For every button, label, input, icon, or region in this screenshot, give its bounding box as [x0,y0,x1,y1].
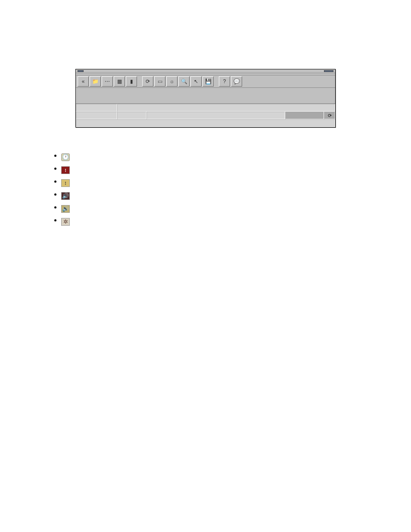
logout-button[interactable] [324,70,333,72]
tool-search-icon[interactable]: 🔍 [178,76,190,87]
toolbar: « 📁 ⋯ ▦ ▮ ⟳ ▭ ☼ 🔍 ↖ 💾 ? 💬 [76,75,335,88]
tool-agents-icon[interactable]: ⋯ [102,76,113,87]
yellow-triangle-icon [61,179,70,187]
tool-refresh-icon[interactable]: ⟳ [142,76,153,87]
list-item [61,164,365,174]
red-speaker-icon: 🔊 [61,192,70,200]
list-item: 🕐 [61,151,365,161]
tool-sun-icon[interactable]: ☼ [166,76,177,87]
tool-cursor-icon[interactable]: ↖ [190,76,202,87]
tool-grid-icon[interactable]: ▦ [114,76,125,87]
red-triangle-icon [61,166,70,174]
titlebar [76,69,335,73]
view-refresh-button[interactable] [285,112,324,119]
refresh-icon[interactable]: ⟳ [324,112,335,119]
tool-back-icon[interactable]: « [78,76,89,87]
domain-view-area [76,88,335,103]
tool-help-icon[interactable]: ? [219,76,230,87]
status-domain [117,104,335,112]
status-blank [146,112,285,119]
status-user [76,112,117,119]
tool-folder-icon[interactable]: 📁 [90,76,101,87]
tool-save-icon[interactable]: 💾 [202,76,214,87]
list-item: 🔊 [61,202,365,213]
status-ip [76,104,117,112]
tool-module-icon[interactable]: ▮ [126,76,137,87]
status-message [76,119,335,127]
brand-badge [78,70,84,72]
fan-icon: ✲ [61,218,70,226]
tool-page-icon[interactable]: ▭ [154,76,165,87]
list-item: ✲ [61,215,365,226]
list-item: 🔊 [61,190,365,200]
symbol-list: 🕐 🔊 🔊 ✲ [46,151,365,226]
status-role [117,112,146,119]
statusbar: ⟳ [76,103,335,127]
app-window: « 📁 ⋯ ▦ ▮ ⟳ ▭ ☼ 🔍 ↖ 💾 ? 💬 ⟳ [75,69,336,128]
clock-icon: 🕐 [61,153,70,161]
list-item [61,177,365,187]
tool-bubble-icon[interactable]: 💬 [231,76,242,87]
yellow-speaker-icon: 🔊 [61,205,70,213]
body-text: 🕐 🔊 🔊 ✲ [46,151,365,226]
